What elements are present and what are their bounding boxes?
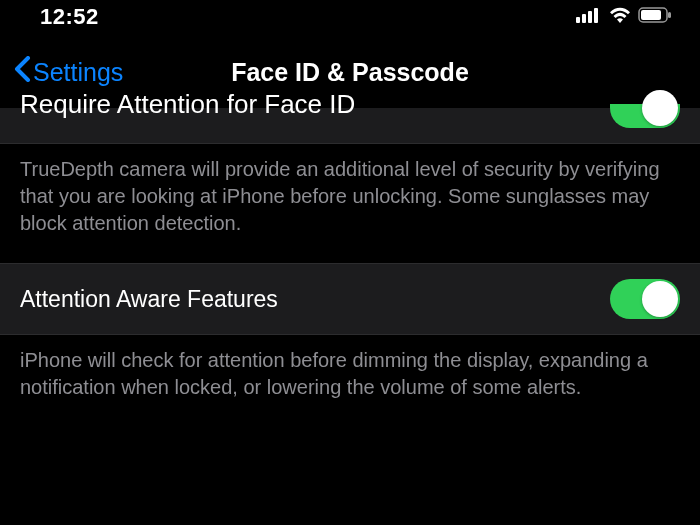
cellular-icon <box>576 7 602 27</box>
svg-rect-2 <box>588 11 592 23</box>
require-attention-label: Require Attention for Face ID <box>20 89 355 120</box>
svg-rect-3 <box>594 8 598 23</box>
chevron-left-icon <box>14 56 31 88</box>
back-label: Settings <box>33 58 123 87</box>
require-attention-description: TrueDepth camera will provide an additio… <box>0 144 700 263</box>
toggle-knob <box>642 281 678 317</box>
svg-rect-5 <box>641 10 661 20</box>
svg-rect-6 <box>668 12 671 18</box>
wifi-icon <box>608 6 632 28</box>
status-icons <box>576 6 672 28</box>
attention-aware-row[interactable]: Attention Aware Features <box>0 263 700 335</box>
svg-rect-0 <box>576 17 580 23</box>
page-title: Face ID & Passcode <box>231 58 469 87</box>
attention-aware-description: iPhone will check for attention before d… <box>0 335 700 427</box>
battery-icon <box>638 7 672 27</box>
svg-rect-1 <box>582 14 586 23</box>
toggle-knob <box>642 90 678 126</box>
back-button[interactable]: Settings <box>14 56 123 88</box>
require-attention-toggle[interactable] <box>610 104 680 128</box>
attention-aware-toggle[interactable] <box>610 279 680 319</box>
status-bar: 12:52 <box>0 0 700 38</box>
status-time: 12:52 <box>40 4 99 30</box>
attention-aware-label: Attention Aware Features <box>20 286 278 313</box>
require-attention-row[interactable]: Require Attention for Face ID <box>0 108 700 144</box>
